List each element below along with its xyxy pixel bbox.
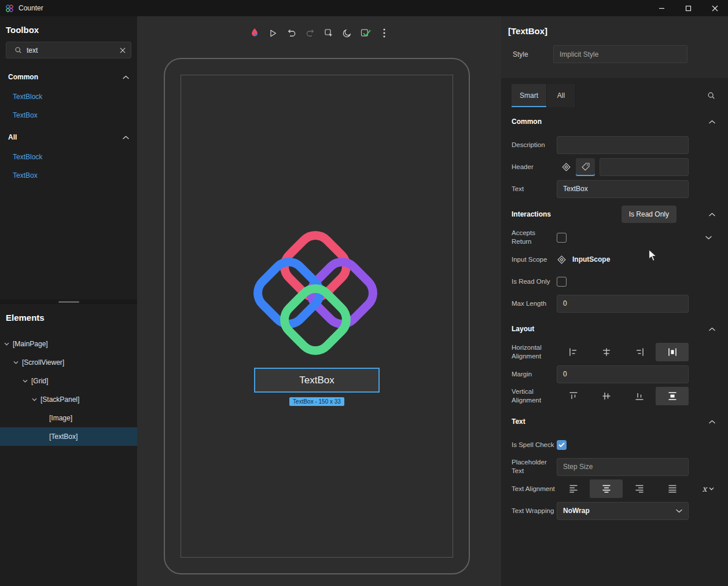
binding-icon[interactable]	[557, 255, 567, 265]
is-spell-check-label: Is Spell Check	[512, 441, 557, 449]
play-button[interactable]	[266, 25, 281, 41]
is-read-only-label: Is Read Only	[512, 277, 557, 286]
header-literal-button[interactable]	[576, 158, 595, 176]
clear-search-icon[interactable]	[120, 47, 126, 53]
is-read-only-quick-button[interactable]: Is Read Only	[622, 206, 676, 223]
toolbox-item-textbox[interactable]: TextBox	[0, 166, 137, 185]
text-alignment-group	[557, 479, 689, 498]
placeholder-text-input[interactable]	[557, 458, 689, 476]
is-spell-check-checkbox[interactable]	[557, 440, 567, 450]
tab-smart[interactable]: Smart	[512, 84, 547, 107]
header-input[interactable]	[600, 158, 689, 176]
minimize-button[interactable]	[648, 0, 675, 16]
text-align-left-button[interactable]	[557, 479, 590, 498]
chevron-down-icon[interactable]	[705, 236, 712, 240]
properties-search-button[interactable]	[707, 84, 715, 107]
v-align-stretch-button[interactable]	[656, 387, 689, 405]
tree-item-mainpage[interactable]: [MainPage]	[0, 335, 137, 353]
text-wrapping-label: Text Wrapping	[512, 507, 557, 515]
toolbox-search-input[interactable]	[27, 46, 115, 54]
toolbox-item-textblock[interactable]: TextBlock	[0, 148, 137, 166]
chevron-up-icon[interactable]	[709, 327, 715, 331]
style-input[interactable]	[553, 45, 687, 63]
canvas-textbox-text: TextBox	[299, 375, 334, 386]
toolbox-section-all-header[interactable]: All	[0, 127, 137, 148]
kebab-menu-icon	[383, 28, 385, 38]
uno-logo-image[interactable]	[246, 228, 385, 367]
section-interactions: Interactions Is Read Only	[501, 202, 728, 226]
chevron-up-icon[interactable]	[709, 120, 715, 124]
inspector-header: [TextBox] Style	[501, 16, 728, 78]
vertical-alignment-label: Vertical Alignment	[512, 387, 557, 405]
text-wrapping-dropdown[interactable]: NoWrap	[557, 502, 689, 520]
text-align-right-icon	[634, 484, 645, 494]
toolbox-section-all: All TextBlock TextBox	[0, 127, 137, 185]
chevron-down-icon[interactable]	[32, 398, 37, 401]
row-horizontal-alignment: Horizontal Alignment	[501, 341, 728, 363]
description-input[interactable]	[557, 136, 689, 154]
h-align-stretch-button[interactable]	[656, 343, 689, 361]
status-check-icon	[360, 27, 372, 39]
xbind-dropdown-button[interactable]: x	[703, 484, 715, 493]
header-binding-button[interactable]	[557, 158, 576, 176]
text-wrapping-value: NoWrap	[563, 507, 590, 515]
tree-item-scrollviewer[interactable]: [ScrollViewer]	[0, 353, 137, 372]
text-align-right-button[interactable]	[623, 479, 656, 498]
is-read-only-checkbox[interactable]	[557, 277, 567, 287]
tab-all[interactable]: All	[547, 84, 576, 107]
elements-panel: Elements [MainPage] [ScrollViewer] [Grid…	[0, 304, 137, 586]
chevron-up-icon[interactable]	[709, 213, 715, 217]
chevron-up-icon[interactable]	[123, 75, 129, 79]
chevron-up-icon[interactable]	[709, 420, 715, 424]
v-align-bottom-button[interactable]	[623, 387, 656, 405]
max-length-input[interactable]	[557, 295, 689, 313]
h-align-center-button[interactable]	[590, 343, 623, 361]
more-options-button[interactable]	[377, 25, 392, 41]
canvas-textbox-control[interactable]: TextBox	[254, 368, 380, 393]
h-align-right-button[interactable]	[623, 343, 656, 361]
toolbox-item-textbox[interactable]: TextBox	[0, 106, 137, 124]
left-sidebar: Toolbox Common TextBlock TextBox All	[0, 16, 137, 586]
row-margin: Margin	[501, 363, 728, 385]
chevron-down-icon[interactable]	[13, 361, 19, 364]
maximize-button[interactable]	[675, 0, 701, 16]
close-button[interactable]	[701, 0, 728, 16]
chevron-down-icon[interactable]	[23, 379, 28, 383]
chevron-up-icon[interactable]	[123, 135, 129, 140]
tree-item-textbox[interactable]: [TextBox]	[0, 427, 137, 446]
v-align-bottom-icon	[634, 391, 645, 401]
redo-button[interactable]	[303, 25, 318, 41]
section-title: Text	[512, 417, 525, 426]
text-align-center-button[interactable]	[590, 479, 623, 498]
h-align-left-button[interactable]	[557, 343, 590, 361]
close-icon	[712, 5, 718, 12]
flame-button[interactable]	[247, 25, 262, 41]
tree-item-grid[interactable]: [Grid]	[0, 372, 137, 390]
panel-splitter[interactable]	[0, 299, 137, 304]
row-is-read-only: Is Read Only	[501, 270, 728, 292]
toolbox-section-common-header[interactable]: Common	[0, 67, 137, 87]
text-align-justify-button[interactable]	[656, 479, 689, 498]
tree-item-stackpanel[interactable]: [StackPanel]	[0, 390, 137, 409]
theme-toggle-button[interactable]	[340, 25, 355, 41]
play-icon	[268, 28, 278, 38]
toolbox-item-textblock[interactable]: TextBlock	[0, 87, 137, 106]
element-tree: [MainPage] [ScrollViewer] [Grid] [StackP…	[0, 335, 137, 446]
text-label: Text	[512, 185, 557, 193]
maximize-icon	[685, 5, 692, 12]
row-placeholder-text: Placeholder Text	[501, 456, 728, 478]
flame-icon	[249, 27, 260, 39]
validation-status-button[interactable]	[358, 25, 373, 41]
tree-item-image[interactable]: [Image]	[0, 409, 137, 427]
element-picker-button[interactable]	[321, 25, 336, 41]
margin-input[interactable]	[557, 365, 689, 383]
text-input[interactable]	[557, 180, 689, 198]
toolbox-panel: Toolbox Common TextBlock TextBox All	[0, 16, 137, 299]
v-align-top-button[interactable]	[557, 387, 590, 405]
v-align-center-button[interactable]	[590, 387, 623, 405]
undo-button[interactable]	[284, 25, 299, 41]
chevron-down-icon[interactable]	[4, 342, 9, 346]
redo-icon	[305, 28, 315, 38]
input-scope-value[interactable]: InputScope	[572, 255, 610, 263]
accepts-return-checkbox[interactable]	[557, 233, 567, 243]
